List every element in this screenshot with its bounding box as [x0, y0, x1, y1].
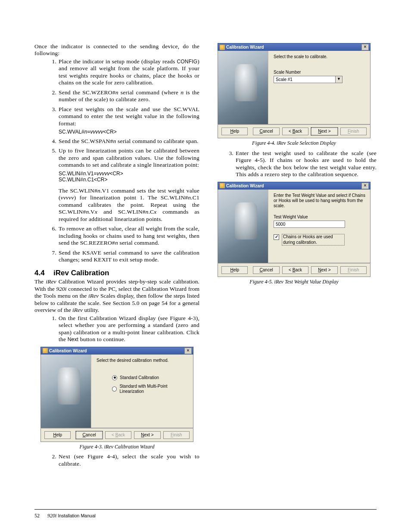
- two-column-content: Once the indicator is connected to the s…: [34, 43, 377, 493]
- procedure-list: Place the indicator in setup mode (displ…: [58, 58, 199, 264]
- dialog-titlebar: Calibration Wizard ×: [218, 182, 371, 190]
- page-footer: 52 920i Installation Manual: [34, 513, 96, 519]
- dialog-button-row: Help Cancel < Back Next > Finish: [40, 428, 193, 442]
- dialog-button-row: Help Cancel < Back Next > Finish: [218, 263, 371, 277]
- app-icon: [220, 183, 225, 188]
- wizard-sidebar-image: [218, 190, 268, 263]
- help-button[interactable]: Help: [44, 431, 71, 439]
- radio-standard[interactable]: Standard Calibration: [112, 375, 189, 380]
- radio-multipoint[interactable]: Standard with Multi-Point Linearization: [112, 384, 189, 394]
- scale-number-label: Scale Number: [274, 70, 366, 75]
- step-4: Send the SC.WSPAN#n serial command to ca…: [58, 138, 199, 145]
- app-icon: [43, 348, 48, 353]
- next-button[interactable]: Next >: [134, 431, 160, 439]
- radio-icon: [112, 386, 117, 392]
- app-icon: [220, 45, 225, 50]
- intro-paragraph: Once the indicator is connected to the s…: [34, 43, 199, 57]
- cancel-button[interactable]: Cancel: [253, 128, 279, 135]
- step-5-cmd2: SC.WLIN#n.C1<CR>: [59, 177, 199, 183]
- step-5-cmd1: SC.WLIN#n.V1=vvvvv<CR>: [59, 171, 199, 177]
- section-intro: The iRev Calibration Wizard provides ste…: [34, 278, 199, 314]
- doc-title: 920i: [47, 513, 56, 519]
- figure-caption: Figure 4-5. iRev Test Weight Value Displ…: [212, 279, 377, 285]
- back-button[interactable]: < Back: [282, 266, 308, 274]
- scale-number-dropdown[interactable]: Scale #1 ▼: [274, 76, 342, 83]
- wizard-dialog-2: Calibration Wizard × Select the scale to…: [218, 43, 371, 138]
- help-button[interactable]: Help: [221, 128, 248, 135]
- dialog-title: Calibration Wizard: [226, 182, 361, 190]
- section-heading: 4.4iRev Calibration: [34, 269, 199, 278]
- step-3: Place test weights on the scale and use …: [58, 106, 199, 135]
- wizard-dialog-3: Calibration Wizard × Enter the Test Weig…: [218, 182, 371, 277]
- chains-hooks-checkbox[interactable]: ✓ Chains or Hooks are used during calibr…: [274, 234, 366, 245]
- cancel-button[interactable]: Cancel: [253, 266, 279, 274]
- dialog-title: Calibration Wizard: [49, 347, 184, 355]
- wizard-step-list-2: Next (see Figure 4-4), select the scale …: [58, 453, 199, 467]
- test-weight-label: Test Weight Value: [274, 215, 366, 220]
- wizard-step-3: Enter the test weight used to calibrate …: [235, 150, 377, 178]
- close-icon[interactable]: ×: [361, 44, 369, 50]
- finish-button: Finish: [340, 266, 367, 274]
- wizard-dialog-1: Calibration Wizard × Select the desired …: [40, 347, 193, 442]
- wizard-sidebar-image: [218, 51, 268, 124]
- step-2: Send the SC.WZERO#n serial command (wher…: [58, 89, 199, 103]
- figure-caption: Figure 4-3. iRev Calibration Wizard: [34, 444, 199, 450]
- finish-button: Finish: [340, 128, 367, 135]
- checkbox-icon: ✓: [274, 234, 279, 240]
- step-1: Place the indicator in setup mode (displ…: [58, 58, 199, 87]
- dropdown-value: Scale #1: [274, 76, 336, 83]
- help-button[interactable]: Help: [221, 266, 248, 274]
- figure-4-4: Calibration Wizard × Select the scale to…: [212, 43, 377, 146]
- figure-4-3: Calibration Wizard × Select the desired …: [34, 347, 199, 450]
- finish-button: Finish: [163, 431, 190, 439]
- figure-4-5: Calibration Wizard × Enter the Test Weig…: [212, 182, 377, 285]
- step-6: To remove an offset value, clear all wei…: [58, 225, 199, 246]
- next-button[interactable]: Next >: [311, 128, 337, 135]
- wizard-step-2: Next (see Figure 4-4), select the scale …: [58, 453, 199, 467]
- step-5: Up to five linearization points can be c…: [58, 147, 199, 223]
- wizard-prompt: Enter the Test Weight Value and select i…: [274, 193, 366, 209]
- radio-icon: [112, 375, 117, 380]
- dialog-button-row: Help Cancel < Back Next > Finish: [218, 124, 371, 138]
- cancel-button[interactable]: Cancel: [76, 431, 102, 439]
- dialog-title: Calibration Wizard: [226, 44, 361, 51]
- footer-rule: [34, 509, 377, 510]
- wizard-step-list: On the first Calibration Wizard display …: [58, 315, 199, 343]
- next-button[interactable]: Next >: [311, 266, 337, 274]
- back-button: < Back: [105, 431, 131, 439]
- chevron-down-icon: ▼: [336, 76, 342, 83]
- step-5-after: The SC.WLIN#n.V1 command sets the test w…: [59, 187, 199, 223]
- test-weight-input[interactable]: 5000: [274, 221, 345, 228]
- dialog-titlebar: Calibration Wizard ×: [218, 43, 371, 51]
- back-button[interactable]: < Back: [282, 128, 308, 135]
- figure-caption: Figure 4-4. iRev Scale Selection Display: [212, 140, 377, 146]
- close-icon[interactable]: ×: [184, 348, 192, 354]
- page: Once the indicator is connected to the s…: [0, 0, 411, 532]
- wizard-step-list-3: Enter the test weight used to calibrate …: [235, 150, 377, 178]
- wizard-step-1: On the first Calibration Wizard display …: [58, 315, 199, 343]
- step-3-cmd: SC.WVAL#n=vvvvv<CR>: [59, 129, 199, 135]
- wizard-sidebar-image: [41, 355, 91, 428]
- close-icon[interactable]: ×: [361, 183, 369, 189]
- wizard-prompt: Select the desired calibration method.: [97, 358, 189, 363]
- wizard-prompt: Select the scale to calibrate.: [274, 54, 366, 59]
- checkbox-label: Chains or Hooks are used during calibrat…: [282, 234, 345, 245]
- page-number: 52: [34, 513, 40, 519]
- step-7: Send the KSAVE serial command to save th…: [58, 249, 199, 264]
- dialog-titlebar: Calibration Wizard ×: [40, 347, 193, 355]
